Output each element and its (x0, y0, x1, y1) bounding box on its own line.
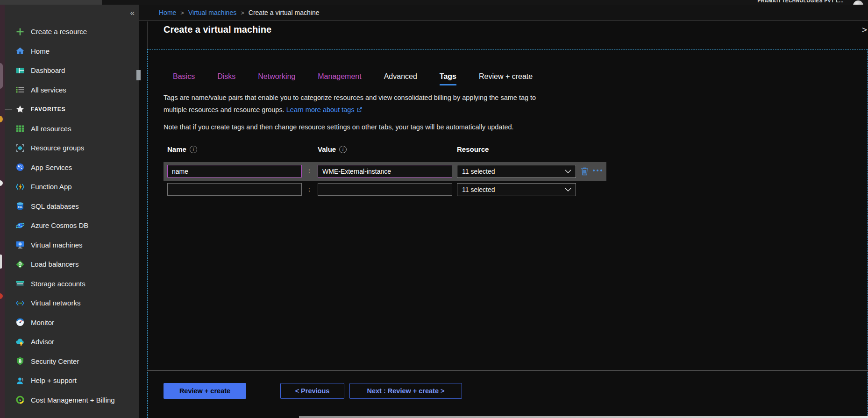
azure-portal-screen: PRAMATI TECHNOLOGIES PVT L... « Create a… (0, 0, 868, 418)
chevron-right-icon[interactable]: > (862, 25, 867, 35)
dock-item (0, 180, 3, 186)
breadcrumb-home[interactable]: Home (159, 9, 176, 16)
tag-row: : 11 selected (164, 162, 606, 181)
dock-item (0, 293, 3, 299)
tab-advanced[interactable]: Advanced (384, 72, 417, 85)
cosmos-db-icon (15, 221, 25, 230)
storage-accounts-icon (15, 279, 25, 288)
tab-disks[interactable]: Disks (217, 72, 235, 85)
cost-management-icon: $ (15, 395, 25, 404)
next-button[interactable]: Next : Review + create > (349, 383, 462, 399)
column-header-resource: Resource (457, 145, 489, 153)
tab-basics[interactable]: Basics (173, 72, 195, 85)
blade-edge-divider (147, 21, 148, 49)
review-create-button[interactable]: Review + create (164, 383, 246, 399)
star-icon (15, 105, 25, 114)
tab-management[interactable]: Management (318, 72, 361, 85)
tags-description: Tags are name/value pairs that enable yo… (164, 92, 542, 116)
tab-tags[interactable]: Tags (440, 72, 456, 85)
wizard-tabs: Basics Disks Networking Management Advan… (164, 72, 555, 85)
sidebar-item-virtual-machines[interactable]: Virtual machines (5, 235, 139, 255)
resource-dropdown[interactable]: 11 selected (457, 165, 576, 178)
sidebar-item-app-services[interactable]: App Services (5, 158, 139, 177)
resource-groups-icon (15, 143, 25, 153)
sidebar-item-security-center[interactable]: Security Center (5, 352, 139, 371)
breadcrumb-separator: > (180, 9, 184, 16)
dock-item (0, 255, 2, 269)
sidebar-item-virtual-networks[interactable]: Virtual networks (5, 293, 139, 313)
sidebar-item-azure-cosmos-db[interactable]: Azure Cosmos DB (5, 216, 139, 235)
sidebar-item-resource-groups[interactable]: Resource groups (5, 138, 139, 158)
dock-item (0, 63, 3, 89)
resource-dropdown[interactable]: 11 selected (457, 183, 576, 196)
footer-divider (147, 370, 868, 371)
browser-tab-remnant (0, 0, 102, 5)
column-header-value: Value i (318, 145, 347, 153)
breadcrumb: Home > Virtual machines > Create a virtu… (139, 5, 868, 21)
sidebar-menu: Create a resource Home Dashboard All ser… (5, 22, 139, 410)
name-value-separator: : (306, 167, 312, 175)
app-services-icon (15, 163, 25, 172)
tags-note: Note that if you create tags and then ch… (164, 123, 514, 131)
scrollbar-thumb[interactable] (136, 70, 141, 80)
tenant-name: PRAMATI TECHNOLOGIES PVT L... (758, 0, 844, 3)
more-options-icon[interactable] (593, 170, 602, 171)
chevron-down-icon (565, 188, 571, 192)
page-title: Create a virtual machine (164, 24, 271, 35)
breadcrumb-separator: > (241, 9, 244, 16)
delete-row-icon[interactable] (581, 167, 589, 177)
sql-databases-icon: SQL (15, 201, 25, 211)
sidebar-item-monitor[interactable]: Monitor (5, 313, 139, 333)
function-app-icon (15, 182, 25, 191)
avatar[interactable] (853, 0, 863, 5)
sidebar-item-all-resources[interactable]: All resources (5, 119, 139, 139)
help-support-icon (15, 376, 25, 385)
home-icon (15, 46, 25, 56)
plus-icon (15, 27, 25, 36)
sidebar-item-dashboard[interactable]: Dashboard (5, 61, 139, 80)
tag-name-input[interactable] (167, 183, 302, 196)
sidebar-item-all-services[interactable]: All services (5, 80, 139, 100)
sidebar-item-create-a-resource[interactable]: Create a resource (5, 22, 139, 42)
sidebar: « Create a resource Home Dashboard All s… (5, 5, 139, 418)
svg-text:SQL: SQL (18, 206, 22, 208)
sidebar-item-load-balancers[interactable]: Load balancers (5, 255, 139, 274)
sidebar-item-sql-databases[interactable]: SQL SQL databases (5, 197, 139, 216)
virtual-machines-icon (15, 240, 25, 249)
learn-more-link[interactable]: Learn more about tags (286, 106, 362, 113)
sidebar-item-cost-management-billing[interactable]: $ Cost Management + Billing (5, 390, 139, 410)
monitor-icon (15, 318, 25, 327)
desktop-edge-strip (0, 5, 5, 418)
previous-button[interactable]: < Previous (280, 383, 344, 399)
info-icon[interactable]: i (339, 146, 347, 153)
name-value-separator: : (306, 185, 312, 193)
dock-item (0, 116, 3, 122)
sidebar-item-advisor[interactable]: Advisor (5, 332, 139, 352)
sidebar-item-storage-accounts[interactable]: Storage accounts (5, 274, 139, 294)
screen-bottom-edge (299, 416, 868, 418)
external-link-icon (356, 104, 362, 116)
load-balancers-icon (15, 260, 25, 269)
sidebar-item-home[interactable]: Home (5, 42, 139, 61)
tag-row: : 11 selected (164, 181, 606, 198)
chevron-down-icon (565, 170, 571, 174)
sidebar-item-help-support[interactable]: Help + support (5, 371, 139, 390)
all-services-icon (15, 85, 25, 94)
sidebar-item-function-app[interactable]: Function App (5, 177, 139, 197)
tag-value-input[interactable] (318, 183, 452, 196)
tag-value-input[interactable] (318, 165, 452, 177)
tab-review-create[interactable]: Review + create (479, 72, 533, 85)
dashboard-icon (15, 66, 25, 75)
breadcrumb-virtual-machines[interactable]: Virtual machines (188, 9, 236, 16)
tag-name-input[interactable] (167, 165, 302, 177)
column-header-name: Name i (167, 145, 197, 153)
sidebar-collapse-button[interactable]: « (130, 8, 135, 18)
info-icon[interactable]: i (190, 146, 197, 153)
top-bar: PRAMATI TECHNOLOGIES PVT L... (0, 0, 868, 5)
tab-networking[interactable]: Networking (258, 72, 295, 85)
advisor-icon (15, 337, 25, 347)
virtual-networks-icon (15, 298, 25, 308)
sidebar-item-favorites: FAVORITES (5, 99, 139, 119)
all-resources-icon (15, 124, 25, 133)
breadcrumb-current: Create a virtual machine (249, 9, 320, 16)
